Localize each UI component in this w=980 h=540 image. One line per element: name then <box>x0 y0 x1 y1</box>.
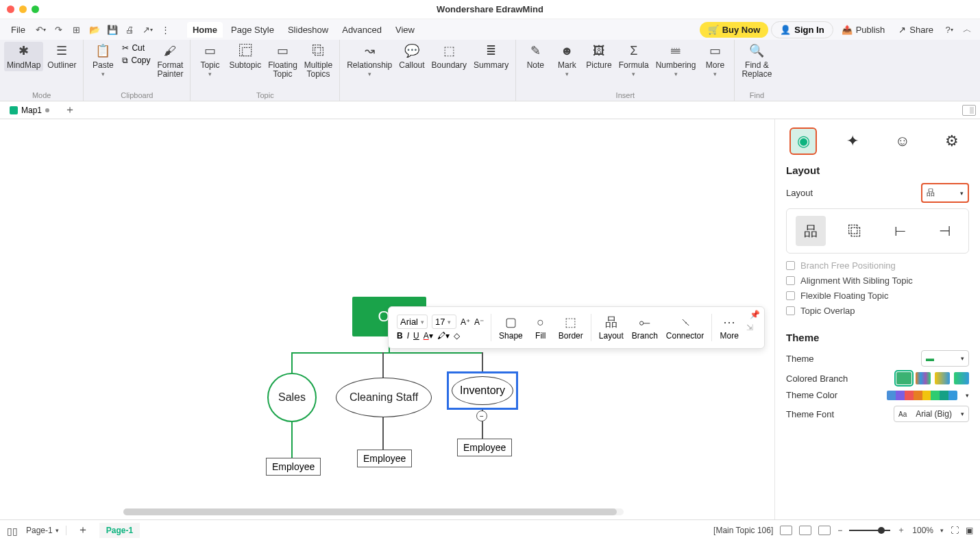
branch-button[interactable]: ⟜Branch <box>628 313 661 342</box>
view-mode-2-icon[interactable] <box>799 526 811 535</box>
share-button[interactable]: ↗ Share <box>893 22 939 38</box>
mindmap-button[interactable]: ✱ MindMap <box>4 42 43 71</box>
collapse-node-button[interactable]: − <box>476 410 487 421</box>
zoom-in-button[interactable]: ＋ <box>897 524 905 536</box>
layout-opt-2[interactable]: ⿻ <box>840 216 870 246</box>
note-button[interactable]: ✎Note <box>520 42 550 71</box>
open-icon[interactable]: 📂 <box>87 22 102 37</box>
view-mode-3-icon[interactable] <box>818 526 831 535</box>
focus-mode-icon[interactable]: ▣ <box>966 526 973 535</box>
mark-button[interactable]: ☻Mark▾ <box>552 42 582 79</box>
node-sales[interactable]: Sales <box>267 373 317 422</box>
doc-tab-map1[interactable]: Map1 <box>4 103 55 117</box>
numbering-button[interactable]: ⩸Numbering▾ <box>653 42 699 79</box>
connector-button[interactable]: ⟍Connector <box>663 313 707 342</box>
summary-button[interactable]: ≣Summary <box>471 42 511 71</box>
theme-font-select[interactable]: Aa Arial (Big) ▾ <box>894 406 969 422</box>
align-sibling-checkbox[interactable]: Alignment With Sibling Topic <box>786 275 969 286</box>
file-menu[interactable]: File <box>5 22 31 38</box>
outliner-button[interactable]: ☰ Outliner <box>45 42 79 71</box>
tab-advanced[interactable]: Advanced <box>336 22 387 38</box>
cb-swatch-3[interactable] <box>935 372 950 384</box>
paste-button[interactable]: 📋 Paste ▾ <box>88 42 118 79</box>
border-button[interactable]: ⬚Border <box>555 313 587 342</box>
bold-button[interactable]: B <box>397 331 403 341</box>
layout-opt-1[interactable]: 品 <box>796 216 826 246</box>
highlight-button[interactable]: 🖍▾ <box>437 331 450 341</box>
page-tab[interactable]: Page-1 <box>99 523 140 538</box>
publish-button[interactable]: 📤 Publish <box>836 22 891 38</box>
find-replace-button[interactable]: 🔍Find & Replace <box>739 42 774 80</box>
canvas[interactable]: Ow Sales Cleaning Staff Inventory − Empl… <box>0 119 774 519</box>
expand-icon[interactable]: ⇲ <box>746 323 753 332</box>
cb-swatch-2[interactable] <box>916 372 931 384</box>
print-icon[interactable]: 🖨 <box>123 22 138 37</box>
layout-button[interactable]: 品Layout <box>596 313 627 342</box>
formula-button[interactable]: ΣFormula▾ <box>616 42 652 79</box>
subtopic-button[interactable]: ⿸Subtopic <box>226 42 264 71</box>
redo-icon[interactable]: ↷ <box>51 22 66 37</box>
minimize-window-icon[interactable] <box>19 5 27 13</box>
tab-slideshow[interactable]: Slideshow <box>282 22 334 38</box>
relationship-button[interactable]: ↝Relationship▾ <box>344 42 395 79</box>
node-employee-2[interactable]: Employee <box>357 450 412 467</box>
customize-qat-icon[interactable]: ⋮ <box>158 22 173 37</box>
underline-button[interactable]: U <box>413 331 419 341</box>
add-page-button[interactable]: ＋ <box>73 523 93 537</box>
boundary-button[interactable]: ⬚Boundary <box>429 42 469 71</box>
more-insert-button[interactable]: ▭More▾ <box>700 42 730 79</box>
node-cleaning[interactable]: Cleaning Staff <box>336 378 432 417</box>
page-select[interactable]: Page-1 ▾ <box>26 526 66 535</box>
flex-float-checkbox[interactable]: Flexible Floating Topic <box>786 291 969 301</box>
pin-icon[interactable]: 📌 <box>750 310 760 319</box>
emoji-panel-tab[interactable]: ☺ <box>889 127 916 155</box>
collapse-ribbon-icon[interactable]: ︿ <box>959 22 975 37</box>
theme-select[interactable]: ▬▾ <box>921 350 969 367</box>
clear-format-button[interactable]: ◇ <box>454 331 460 341</box>
tab-home[interactable]: Home <box>187 22 223 38</box>
layout-select[interactable]: 品▾ <box>921 183 969 203</box>
picture-button[interactable]: 🖼Picture <box>583 42 614 71</box>
font-increase-button[interactable]: A⁺ <box>461 317 470 327</box>
font-decrease-button[interactable]: A⁻ <box>474 317 484 327</box>
node-inventory[interactable]: Inventory <box>447 371 518 410</box>
cut-button[interactable]: ✂Cut <box>119 42 153 54</box>
format-painter-button[interactable]: 🖌 Format Painter <box>154 42 186 80</box>
floating-topic-button[interactable]: ▭Floating Topic <box>265 42 300 80</box>
add-doc-tab-button[interactable]: ＋ <box>60 103 79 117</box>
italic-button[interactable]: I <box>407 331 409 341</box>
layout-opt-3[interactable]: ⊢ <box>885 216 915 246</box>
scrollbar-thumb[interactable] <box>123 508 617 515</box>
outline-view-icon[interactable]: ▯▯ <box>7 526 19 535</box>
settings-panel-tab[interactable]: ⚙ <box>938 127 966 155</box>
export-icon[interactable]: ↗▾ <box>140 22 156 37</box>
layout-panel-tab[interactable]: ◉ <box>789 127 817 155</box>
undo-icon[interactable]: ↶▾ <box>34 22 49 37</box>
save-icon[interactable]: 💾 <box>105 22 120 37</box>
callout-button[interactable]: 💬Callout <box>396 42 427 71</box>
help-icon[interactable]: ?▾ <box>942 22 957 37</box>
node-employee-3[interactable]: Employee <box>457 439 512 456</box>
tab-view[interactable]: View <box>390 22 420 38</box>
font-color-button[interactable]: A▾ <box>424 331 433 341</box>
cb-swatch-1[interactable] <box>896 372 911 384</box>
fill-button[interactable]: ○Fill <box>528 313 554 342</box>
more-format-button[interactable]: ⋯More <box>716 313 742 342</box>
shape-button[interactable]: ▢Shape <box>495 313 526 342</box>
horizontal-scrollbar[interactable] <box>123 508 624 515</box>
buy-now-button[interactable]: 🛒 Buy Now <box>700 22 769 38</box>
tab-page-style[interactable]: Page Style <box>225 22 280 38</box>
zoom-out-button[interactable]: − <box>837 526 842 535</box>
layout-opt-4[interactable]: ⊣ <box>929 216 959 246</box>
topic-button[interactable]: ▭Topic▾ <box>195 42 225 79</box>
font-size-select[interactable]: 17▾ <box>432 315 456 329</box>
multiple-topics-button[interactable]: ⿻Multiple Topics <box>302 42 335 80</box>
view-mode-1-icon[interactable] <box>780 526 792 535</box>
ai-panel-tab[interactable]: ✦ <box>839 127 866 155</box>
close-window-icon[interactable] <box>7 5 14 13</box>
zoom-slider[interactable] <box>849 530 890 531</box>
cb-swatch-4[interactable] <box>954 372 969 384</box>
sign-in-button[interactable]: 👤 Sign In <box>771 21 833 38</box>
fullscreen-icon[interactable]: ⛶ <box>951 526 959 535</box>
copy-button[interactable]: ⧉Copy <box>119 54 153 66</box>
